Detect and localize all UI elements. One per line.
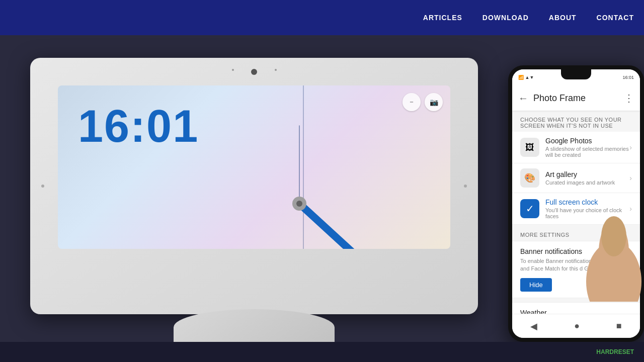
- art-gallery-title: Art gallery: [545, 170, 629, 178]
- screen-controls: － 📷: [403, 93, 443, 111]
- nav-download[interactable]: DOWNLOAD: [482, 14, 529, 22]
- nav-home-button[interactable]: ●: [574, 321, 580, 331]
- hub-container: 16:01: [15, 70, 493, 362]
- page-title: Photo Frame: [533, 93, 619, 104]
- art-gallery-text: Art gallery Curated images and artwork: [545, 170, 629, 186]
- svg-point-7: [601, 216, 626, 256]
- hub-frame: 16:01: [30, 58, 478, 314]
- main-content: 16:01: [0, 35, 644, 362]
- phone-container: 📶 ▲▼ 16:01 ← Photo Frame ⋮ CHOOSE WHAT Y…: [498, 65, 644, 342]
- hub-device: 16:01: [30, 58, 478, 354]
- google-photos-subtitle: A slideshow of selected memories will be…: [545, 146, 629, 158]
- frame-side-right: [464, 185, 467, 188]
- art-gallery-option[interactable]: 🎨 Art gallery Curated images and artwork…: [512, 163, 640, 193]
- google-photos-icon: 🖼: [520, 138, 539, 157]
- frame-side-left: [41, 185, 44, 188]
- nav-about[interactable]: ABOUT: [549, 14, 577, 22]
- hand-overlay: [584, 201, 644, 302]
- google-photos-option[interactable]: 🖼 Google Photos A slideshow of selected …: [512, 132, 640, 163]
- google-photos-arrow: ›: [629, 143, 632, 151]
- nav-contact[interactable]: CONTACT: [597, 14, 634, 22]
- status-time: 16:01: [622, 75, 634, 80]
- status-signal: 📶 ▲▼: [518, 75, 534, 80]
- back-button[interactable]: ←: [518, 93, 528, 104]
- volume-btn[interactable]: －: [403, 93, 421, 111]
- nav-bar: ARTICLES DOWNLOAD ABOUT CONTACT: [0, 0, 644, 35]
- frame-dot-right: [275, 69, 277, 71]
- menu-button[interactable]: ⋮: [624, 92, 634, 104]
- weather-title: Weather: [520, 309, 632, 314]
- svg-line-1: [299, 204, 390, 249]
- clock-check-icon: ✓: [520, 199, 539, 218]
- nav-back-button[interactable]: ◀: [530, 321, 537, 332]
- phone-nav-bar: ◀ ● ■: [512, 314, 640, 338]
- art-gallery-subtitle: Curated images and artwork: [545, 179, 629, 186]
- choose-label: CHOOSE WHAT YOU SEE ON YOUR SCREEN WHEN …: [512, 111, 640, 132]
- google-photos-text: Google Photos A slideshow of selected me…: [545, 137, 629, 158]
- bottom-bar: HARDRESET: [0, 342, 644, 362]
- phone-notch: [561, 69, 591, 79]
- clock-hands: [58, 85, 450, 249]
- camera-btn[interactable]: 📷: [425, 93, 443, 111]
- phone-header: ← Photo Frame ⋮: [512, 85, 640, 111]
- nav-articles[interactable]: ARTICLES: [423, 14, 462, 22]
- art-gallery-icon: 🎨: [520, 168, 539, 188]
- nav-items: ARTICLES DOWNLOAD ABOUT CONTACT: [423, 14, 634, 22]
- hardreset-logo: HARDRESET: [596, 348, 634, 355]
- weather-section: Weather Show weather for your area Hide …: [512, 302, 640, 314]
- hub-camera: [251, 69, 257, 75]
- svg-point-4: [296, 201, 302, 207]
- nav-recent-button[interactable]: ■: [616, 321, 622, 331]
- frame-dot-left: [232, 69, 234, 71]
- banner-hide-button[interactable]: Hide: [520, 278, 552, 292]
- hub-screen: 16:01: [58, 85, 450, 249]
- art-gallery-arrow: ›: [629, 174, 632, 182]
- google-photos-title: Google Photos: [545, 137, 629, 145]
